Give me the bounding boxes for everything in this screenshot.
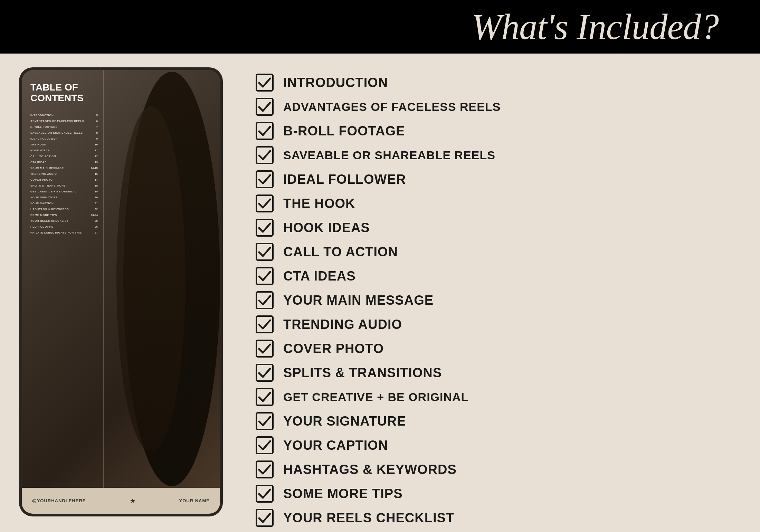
toc-item-page: 6: [96, 120, 98, 123]
toc-item-label: SAVEABLE OR SHAREABLE REELS: [30, 131, 83, 134]
toc-item: HOOK IDEAS 11: [30, 148, 98, 153]
toc-item-page: 14-15: [91, 167, 98, 170]
checklist-item: CALL TO ACTION: [256, 240, 732, 264]
check-icon: [256, 243, 274, 261]
toc-item-page: 21: [95, 202, 98, 205]
checklist-item: SAVEABLE OR SHAREABLE REELS: [256, 143, 732, 167]
check-icon: [256, 388, 274, 406]
toc-item-page: 20: [95, 196, 98, 199]
toc-item-label: COVER PHOTO: [30, 178, 53, 181]
toc-title: TABLE OFCONTENTS: [30, 82, 98, 104]
toc-item-label: YOUR REELS CHECKLIST: [30, 219, 68, 222]
toc-item-label: ADVANTAGES OF FACELESS REELS: [30, 120, 84, 123]
checklist-item: HOOK IDEAS: [256, 216, 732, 239]
toc-item: HELPFUL APPS 26: [30, 224, 98, 230]
toc-item: PRIVATE LABEL RIGHTS FOR THIS 27: [30, 230, 98, 236]
toc-item: INTRODUCTION 5: [30, 112, 98, 118]
checklist-item: ADVANTAGES OF FACELESS REELS: [256, 95, 732, 118]
toc-item-label: HELPFUL APPS: [30, 225, 53, 228]
toc-item-page: 11: [95, 149, 98, 152]
check-icon: [256, 436, 274, 454]
toc-item-page: 19: [95, 190, 98, 193]
toc-item: SOME MORE TIPS 23-24: [30, 212, 98, 218]
toc-item-page: 18: [95, 184, 98, 187]
check-icon: [256, 219, 274, 237]
checklist-item: B-ROLL FOOTAGE: [256, 119, 732, 143]
toc-item-label: GET CREATIVE + BE ORIGINAL: [30, 190, 76, 193]
tablet-bottom-bar: @YOURHANDLEHERE ★ YOUR NAME: [22, 488, 220, 514]
check-icon: [256, 291, 274, 309]
toc-item-page: 10: [95, 143, 98, 146]
checklist-item: TRENDING AUDIO: [256, 313, 732, 336]
checklist-label: INTRODUCTION: [283, 75, 388, 90]
checklist-label: B-ROLL FOOTAGE: [283, 124, 405, 139]
checklist-label: GET CREATIVE + BE ORIGINAL: [283, 390, 468, 404]
checklist-label: YOUR SIGNATURE: [283, 414, 406, 429]
checklist-label: HOOK IDEAS: [283, 220, 370, 235]
checklist-item: YOUR REELS CHECKLIST: [256, 506, 732, 530]
checklist-label: ADVANTAGES OF FACELESS REELS: [283, 100, 501, 114]
checklist-item: YOUR SIGNATURE: [256, 409, 732, 433]
check-icon: [256, 146, 274, 164]
toc-item-label: PRIVATE LABEL RIGHTS FOR THIS: [30, 231, 82, 234]
checklist-item: COVER PHOTO: [256, 337, 732, 360]
tablet-handle: @YOURHANDLEHERE: [32, 498, 86, 503]
checklist-label: IDEAL FOLLOWER: [283, 172, 406, 187]
toc-item: ADVANTAGES OF FACELESS REELS 6: [30, 118, 98, 124]
check-icon: [256, 460, 274, 478]
toc-item-page: 12: [95, 155, 98, 158]
left-panel: TABLE OFCONTENTS INTRODUCTION 5 ADVANTAG…: [0, 54, 235, 532]
checklist-item: CTA IDEAS: [256, 264, 732, 288]
checklist-label: SPLITS & TRANSITIONS: [283, 365, 442, 380]
tablet-star-icon: ★: [130, 497, 135, 505]
checklist-item: HASHTAGS & KEYWORDS: [256, 458, 732, 481]
checklist-label: YOUR CAPTION: [283, 438, 388, 453]
page-title: What's Included?: [472, 6, 719, 48]
checklist-item: GET CREATIVE + BE ORIGINAL: [256, 385, 732, 409]
checklist-label: CTA IDEAS: [283, 269, 356, 284]
toc-item-page: 7: [96, 125, 98, 129]
toc-item-page: 26: [95, 225, 98, 228]
toc-items: INTRODUCTION 5 ADVANTAGES OF FACELESS RE…: [30, 112, 98, 236]
toc-item-page: 23-24: [91, 213, 98, 217]
check-icon: [256, 74, 274, 92]
checklist-label: THE HOOK: [283, 196, 355, 211]
checklist-label: YOUR MAIN MESSAGE: [283, 293, 434, 308]
right-panel: INTRODUCTION ADVANTAGES OF FACELESS REEL…: [235, 54, 760, 532]
toc-item-page: 8: [96, 131, 98, 134]
checklist-item: HELPFUL APPS: [256, 530, 732, 532]
toc-item: IDEAL FOLLOWER 9: [30, 136, 98, 142]
toc-item-label: IDEAL FOLLOWER: [30, 137, 58, 140]
toc-item-label: TRENDING AUDIO: [30, 172, 57, 175]
toc-item-label: THE HOOK: [30, 143, 46, 146]
toc-item-page: 16: [95, 172, 98, 175]
check-icon: [256, 315, 274, 333]
toc-item-label: YOUR CAPTION: [30, 202, 54, 205]
checklist: INTRODUCTION ADVANTAGES OF FACELESS REEL…: [256, 71, 732, 532]
toc-item: SPLITS & TRANSITIONS 18: [30, 183, 98, 189]
check-icon: [256, 98, 274, 116]
toc-item-label: B-ROLL FOOTAGE: [30, 125, 57, 129]
main-content: TABLE OFCONTENTS INTRODUCTION 5 ADVANTAG…: [0, 54, 760, 532]
toc-item-page: 22: [95, 208, 98, 211]
check-icon: [256, 364, 274, 382]
toc-item-label: YOUR MAIN MESSAGE: [30, 167, 64, 170]
checklist-label: HASHTAGS & KEYWORDS: [283, 462, 457, 477]
toc-item-label: HOOK IDEAS: [30, 149, 50, 152]
toc-item-page: 13: [95, 161, 98, 164]
toc-item-page: 27: [95, 231, 98, 234]
toc-item-label: HASHTAGS & KEYWORDS: [30, 208, 69, 211]
toc-item: YOUR REELS CHECKLIST 25: [30, 218, 98, 224]
toc-item-label: SOME MORE TIPS: [30, 213, 57, 217]
check-icon: [256, 122, 274, 140]
toc-item-label: CALL TO ACTION: [30, 155, 56, 158]
toc-item-page: 25: [95, 219, 98, 222]
toc-item-label: YOUR SIGNATURE: [30, 196, 58, 199]
checklist-item: SOME MORE TIPS: [256, 482, 732, 505]
toc-item: YOUR CAPTION 21: [30, 200, 98, 206]
tablet-name: YOUR NAME: [179, 498, 210, 503]
toc-content: TABLE OFCONTENTS INTRODUCTION 5 ADVANTAG…: [22, 70, 105, 488]
toc-item: CALL TO ACTION 12: [30, 153, 98, 159]
header-bar: What's Included?: [0, 0, 760, 54]
toc-item: COVER PHOTO 17: [30, 177, 98, 183]
